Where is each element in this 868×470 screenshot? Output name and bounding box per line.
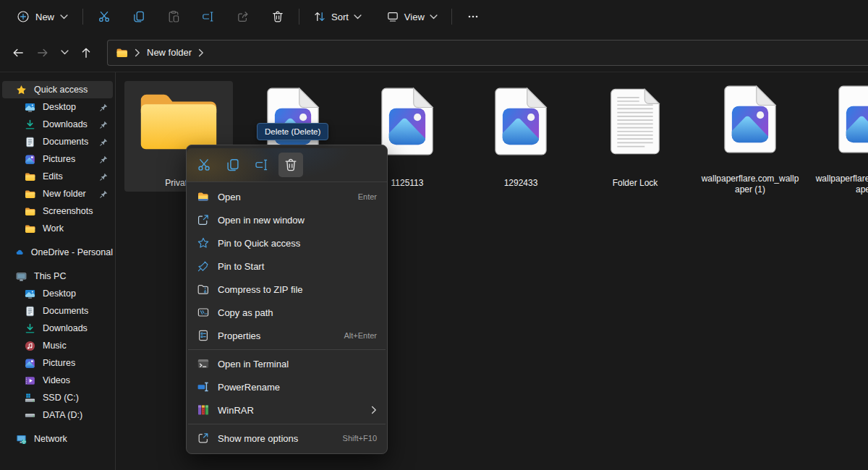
sidebar-item-music[interactable]: Music <box>2 337 113 354</box>
chevron-down-icon <box>354 14 362 20</box>
rename-icon <box>202 10 215 23</box>
sidebar-item-pictures-pc[interactable]: Pictures <box>2 354 113 372</box>
context-menu-command-bar <box>187 148 387 182</box>
view-button[interactable]: View <box>379 4 445 29</box>
address-bar[interactable]: New folder <box>107 40 868 66</box>
sidebar-item-network[interactable]: Network <box>2 430 113 448</box>
see-more-button[interactable] <box>459 4 488 29</box>
menu-item-show-more-options[interactable]: Show more options Shift+F10 <box>187 427 387 450</box>
document-icon <box>25 306 35 317</box>
share-icon <box>237 10 250 23</box>
file-item-1292433[interactable]: 1292433 <box>467 81 575 192</box>
menu-item-compress-to-zip[interactable]: Compress to ZIP file <box>187 278 387 301</box>
menu-item-powerrename[interactable]: PowerRename <box>187 375 387 398</box>
sidebar-item-edits[interactable]: Edits <box>2 168 113 185</box>
breadcrumb-location[interactable]: New folder <box>147 47 192 58</box>
menu-item-pin-to-start[interactable]: Pin to Start <box>187 255 387 278</box>
cut-icon <box>197 158 211 172</box>
sidebar-item-new-folder[interactable]: New folder <box>2 185 113 202</box>
sidebar-item-this-pc[interactable]: This PC <box>2 268 113 285</box>
desktop-icon <box>25 289 35 299</box>
menu-item-winrar[interactable]: WinRAR <box>187 398 387 422</box>
view-button-label: View <box>404 12 425 22</box>
rename-icon <box>255 158 269 172</box>
music-icon <box>25 341 35 351</box>
sidebar-item-ssd-c[interactable]: SSD (C:) <box>2 389 113 406</box>
sidebar-item-desktop[interactable]: Desktop <box>2 98 113 116</box>
sidebar-item-screenshots[interactable]: Screenshots <box>2 202 113 220</box>
forward-icon <box>36 46 49 59</box>
toolbar-separator <box>451 9 452 25</box>
file-name: 1292433 <box>467 178 575 189</box>
menu-separator <box>188 424 386 424</box>
menu-item-copy-as-path[interactable]: Copy as path <box>187 301 387 324</box>
text-file-icon <box>608 84 662 159</box>
file-item-wallpaperflare-1[interactable]: wallpaperflare.com_wallpaper (1) <box>696 81 804 192</box>
folder-icon <box>25 189 35 199</box>
command-toolbar: New Sort View <box>0 0 868 33</box>
view-icon <box>386 10 399 23</box>
menu-item-pin-to-quick-access[interactable]: Pin to Quick access <box>187 231 387 255</box>
sidebar-item-pictures[interactable]: Pictures <box>2 150 113 168</box>
download-icon <box>25 119 35 130</box>
context-menu: Open Enter Open in new window Pin to Qui… <box>186 145 388 454</box>
sidebar-item-downloads[interactable]: Downloads <box>2 116 113 133</box>
delete-button[interactable] <box>263 4 292 29</box>
videos-icon <box>25 375 35 386</box>
rename-button[interactable] <box>250 153 274 177</box>
up-button[interactable] <box>74 41 98 64</box>
breadcrumb-chevron-icon <box>198 48 204 57</box>
drive-windows-icon <box>25 393 35 403</box>
file-name: wallpaperflare.com_wallpaper (1) <box>696 174 804 195</box>
sidebar-item-downloads-pc[interactable]: Downloads <box>2 320 113 337</box>
sidebar-item-documents-pc[interactable]: Documents <box>2 302 113 320</box>
folder-icon <box>25 224 35 234</box>
sidebar-item-quick-access[interactable]: Quick access <box>2 81 113 98</box>
sort-button[interactable]: Sort <box>306 4 369 29</box>
sidebar-item-desktop-pc[interactable]: Desktop <box>2 285 113 302</box>
drive-icon <box>25 410 35 421</box>
file-item-wallpaperflare-2[interactable]: wallpaperflare.com_wallpaper <box>810 81 868 192</box>
menu-item-open-in-new-window[interactable]: Open in new window <box>187 208 387 231</box>
menu-item-open[interactable]: Open Enter <box>187 185 387 208</box>
image-file-icon <box>493 84 548 159</box>
copy-icon <box>226 158 240 172</box>
file-item-folder-lock[interactable]: Folder Lock <box>581 81 689 192</box>
copy-icon <box>132 10 145 23</box>
shortcut-label: Alt+Enter <box>344 331 377 340</box>
document-icon <box>25 137 35 148</box>
submenu-chevron-icon <box>371 406 377 414</box>
sidebar-item-videos[interactable]: Videos <box>2 372 113 389</box>
sort-button-label: Sort <box>331 12 349 22</box>
new-button[interactable]: New <box>9 4 76 29</box>
new-button-label: New <box>35 12 54 22</box>
sidebar-item-data-d[interactable]: DATA (D:) <box>2 406 113 424</box>
recent-locations-button[interactable] <box>55 41 74 64</box>
menu-item-properties[interactable]: Properties Alt+Enter <box>187 324 387 347</box>
navigation-pane: Quick access Desktop Downloads Documents… <box>0 72 116 470</box>
sidebar-item-work[interactable]: Work <box>2 220 113 237</box>
sidebar-item-onedrive[interactable]: OneDrive - Personal <box>2 244 113 261</box>
paste-button[interactable] <box>159 4 188 29</box>
rename-button[interactable] <box>194 4 223 29</box>
forward-button[interactable] <box>30 41 55 64</box>
cut-button[interactable] <box>192 153 216 177</box>
image-file-icon <box>380 84 435 159</box>
file-name: wallpaperflare.com_wallpaper <box>810 174 868 195</box>
shortcut-label: Enter <box>358 192 377 201</box>
menu-item-open-in-terminal[interactable]: Open in Terminal <box>187 352 387 375</box>
copy-button[interactable] <box>221 153 245 177</box>
delete-button[interactable] <box>278 153 303 177</box>
cut-button[interactable] <box>90 4 119 29</box>
pin-icon <box>99 137 109 147</box>
context-menu-items: Open Enter Open in new window Pin to Qui… <box>187 182 387 450</box>
powerrename-icon <box>197 380 210 393</box>
delete-tooltip: Delete (Delete) <box>257 123 328 140</box>
desktop-icon <box>25 102 35 113</box>
share-button[interactable] <box>229 4 258 29</box>
back-button[interactable] <box>6 41 30 64</box>
sidebar-item-documents[interactable]: Documents <box>2 133 113 150</box>
navigation-bar: New folder <box>0 33 868 72</box>
copy-button[interactable] <box>124 4 153 29</box>
folder-icon <box>25 172 35 181</box>
